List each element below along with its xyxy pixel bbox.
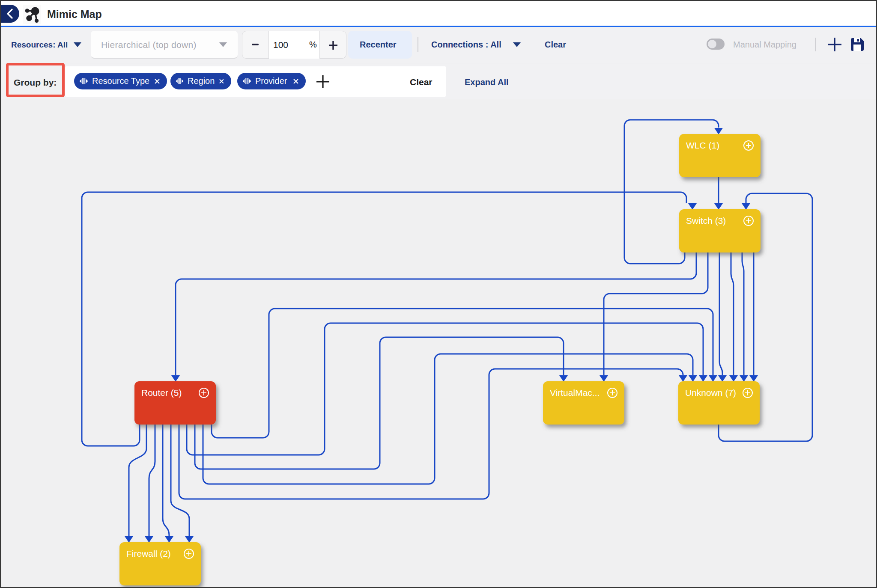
svg-text:Router (5): Router (5) [141, 388, 182, 398]
svg-text:Firewall (2): Firewall (2) [126, 549, 171, 558]
svg-text:VirtualMac...: VirtualMac... [550, 388, 600, 398]
svg-text:Unknown (7): Unknown (7) [685, 388, 736, 398]
svg-text:WLC (1): WLC (1) [686, 140, 719, 150]
svg-text:Switch (3): Switch (3) [686, 216, 726, 226]
